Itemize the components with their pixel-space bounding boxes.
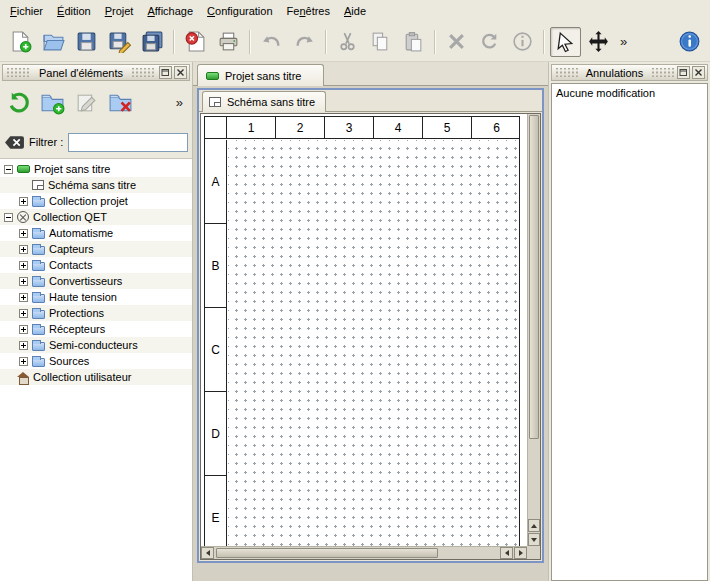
- tree-item-contacts[interactable]: Contacts: [0, 257, 192, 273]
- open-file-button[interactable]: [38, 27, 69, 57]
- expand-icon[interactable]: [19, 357, 28, 366]
- clear-filter-button[interactable]: [4, 134, 25, 151]
- scroll-up-button[interactable]: [528, 519, 540, 532]
- scroll-left-button[interactable]: [500, 547, 513, 559]
- close-dock-button[interactable]: [174, 66, 187, 79]
- undo-button[interactable]: [256, 27, 287, 57]
- save-button[interactable]: [71, 27, 102, 57]
- menu-projet[interactable]: Projet: [98, 2, 141, 20]
- copy-button[interactable]: [365, 27, 396, 57]
- undo-history-list[interactable]: Aucune modification: [551, 83, 708, 581]
- menu-edition[interactable]: Édition: [50, 2, 98, 20]
- toolbar-separator: [173, 30, 175, 54]
- tree-item-semi-conducteurs[interactable]: Semi-conducteurs: [0, 337, 192, 353]
- dock-grip[interactable]: [555, 68, 578, 77]
- ruler-column: 3: [325, 117, 374, 138]
- elements-tree[interactable]: Projet sans titre Schéma sans titre Coll…: [0, 158, 192, 581]
- ruler-row: C: [205, 308, 226, 392]
- print-button[interactable]: [213, 27, 244, 57]
- tree-item-convertisseurs[interactable]: Convertisseurs: [0, 273, 192, 289]
- menu-configuration[interactable]: Configuration: [200, 2, 279, 20]
- ruler-row: B: [205, 224, 226, 308]
- close-file-button[interactable]: [180, 27, 211, 57]
- ruler-column: 2: [276, 117, 325, 138]
- reload-collections-button[interactable]: [3, 87, 34, 118]
- redo-button[interactable]: [289, 27, 320, 57]
- rotate-button[interactable]: [474, 27, 505, 57]
- horizontal-scrollbar[interactable]: [201, 546, 527, 559]
- expand-icon[interactable]: [19, 341, 28, 350]
- tree-item-capteurs[interactable]: Capteurs: [0, 241, 192, 257]
- undo-icon: [260, 30, 283, 53]
- elements-panel-toolbar: »: [0, 82, 192, 122]
- collapse-icon[interactable]: [4, 213, 13, 222]
- menu-fenetres[interactable]: Fenêtres: [280, 2, 337, 20]
- tab-schema-sans-titre[interactable]: Schéma sans titre: [202, 91, 326, 112]
- move-tool-button[interactable]: [583, 27, 614, 57]
- ruler-column: 4: [374, 117, 423, 138]
- tree-item-collection-utilisateur[interactable]: Collection utilisateur: [0, 369, 192, 385]
- delete-button[interactable]: [441, 27, 472, 57]
- menu-aide[interactable]: Aide: [337, 2, 373, 20]
- expand-icon[interactable]: [19, 229, 28, 238]
- new-element-button[interactable]: [37, 87, 68, 118]
- delete-element-button[interactable]: [105, 87, 136, 118]
- schema-grid-canvas[interactable]: [228, 140, 519, 546]
- scroll-right-button[interactable]: [514, 547, 527, 559]
- dock-grip[interactable]: [651, 68, 674, 77]
- close-dock-button[interactable]: [692, 66, 705, 79]
- cut-button[interactable]: [332, 27, 363, 57]
- toolbar-overflow-button[interactable]: »: [615, 34, 632, 49]
- scroll-left-button[interactable]: [201, 547, 214, 559]
- expand-icon[interactable]: [19, 245, 28, 254]
- expand-icon[interactable]: [19, 325, 28, 334]
- scroll-down-button[interactable]: [528, 533, 540, 546]
- panel-toolbar-overflow-button[interactable]: »: [170, 95, 189, 110]
- vertical-scrollbar[interactable]: [527, 114, 540, 546]
- expand-icon[interactable]: [19, 293, 28, 302]
- elements-panel-titlebar[interactable]: Panel d'éléments: [2, 64, 190, 81]
- tree-item-collection-projet[interactable]: Collection projet: [0, 193, 192, 209]
- save-all-button[interactable]: [137, 27, 168, 57]
- tree-item-collection-qet[interactable]: Collection QET: [0, 209, 192, 225]
- expand-icon[interactable]: [19, 261, 28, 270]
- schema-sheet[interactable]: 1 2 3 4 5 6 A B C D: [204, 116, 520, 546]
- dock-grip[interactable]: [131, 68, 156, 77]
- paste-button[interactable]: [398, 27, 429, 57]
- row-ruler: A B C D E: [205, 140, 227, 546]
- tree-item-schema[interactable]: Schéma sans titre: [0, 177, 192, 193]
- expand-icon[interactable]: [19, 197, 28, 206]
- undo-panel-titlebar[interactable]: Annulations: [551, 64, 708, 81]
- tree-item-recepteurs[interactable]: Récepteurs: [0, 321, 192, 337]
- element-info-button[interactable]: [507, 27, 538, 57]
- dock-grip[interactable]: [6, 68, 31, 77]
- diagram-view: 1 2 3 4 5 6 A B C D: [200, 113, 541, 560]
- about-button[interactable]: [674, 27, 705, 57]
- tree-item-automatisme[interactable]: Automatisme: [0, 225, 192, 241]
- expand-icon[interactable]: [19, 309, 28, 318]
- expand-icon[interactable]: [19, 277, 28, 286]
- filter-input[interactable]: [68, 133, 188, 152]
- select-tool-button[interactable]: [550, 27, 581, 57]
- save-as-button[interactable]: [104, 27, 135, 57]
- float-dock-button[interactable]: [159, 66, 172, 79]
- tree-item-haute-tension[interactable]: Haute tension: [0, 289, 192, 305]
- toolbar-separator: [434, 30, 436, 54]
- horizontal-scrollbar-thumb[interactable]: [216, 548, 438, 558]
- menu-fichier[interactable]: Fichier: [3, 2, 50, 20]
- menu-affichage[interactable]: Affichage: [140, 2, 200, 20]
- collapse-icon[interactable]: [4, 165, 13, 174]
- tree-item-project[interactable]: Projet sans titre: [0, 161, 192, 177]
- vertical-scrollbar-thumb[interactable]: [529, 115, 539, 439]
- tree-item-protections[interactable]: Protections: [0, 305, 192, 321]
- new-file-icon: [9, 30, 32, 53]
- redo-icon: [293, 30, 316, 53]
- new-file-button[interactable]: [5, 27, 36, 57]
- edit-element-button[interactable]: [71, 87, 102, 118]
- tab-projet-sans-titre[interactable]: Projet sans titre: [197, 64, 324, 86]
- close-file-icon: [184, 30, 207, 53]
- folder-icon: [32, 358, 45, 367]
- tree-item-sources[interactable]: Sources: [0, 353, 192, 369]
- open-folder-icon: [42, 30, 65, 53]
- float-dock-button[interactable]: [677, 66, 690, 79]
